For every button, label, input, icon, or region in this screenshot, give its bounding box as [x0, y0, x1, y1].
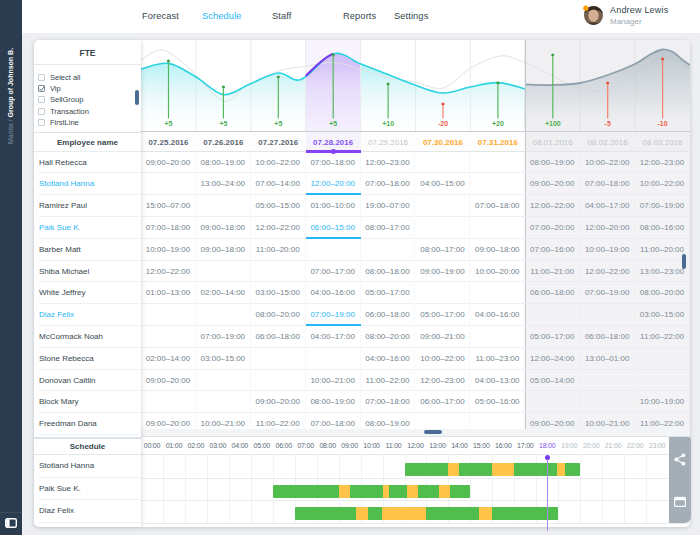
svg-text:-10: -10 [658, 120, 668, 127]
svg-text:+5: +5 [274, 120, 282, 127]
svg-text:+20: +20 [492, 120, 504, 127]
svg-text:-20: -20 [438, 120, 448, 127]
svg-text:+5: +5 [165, 120, 173, 127]
svg-text:+10: +10 [382, 120, 394, 127]
svg-text:+5: +5 [219, 120, 227, 127]
svg-text:-5: -5 [605, 120, 611, 127]
svg-text:+100: +100 [545, 120, 561, 127]
svg-text:+5: +5 [329, 120, 337, 127]
